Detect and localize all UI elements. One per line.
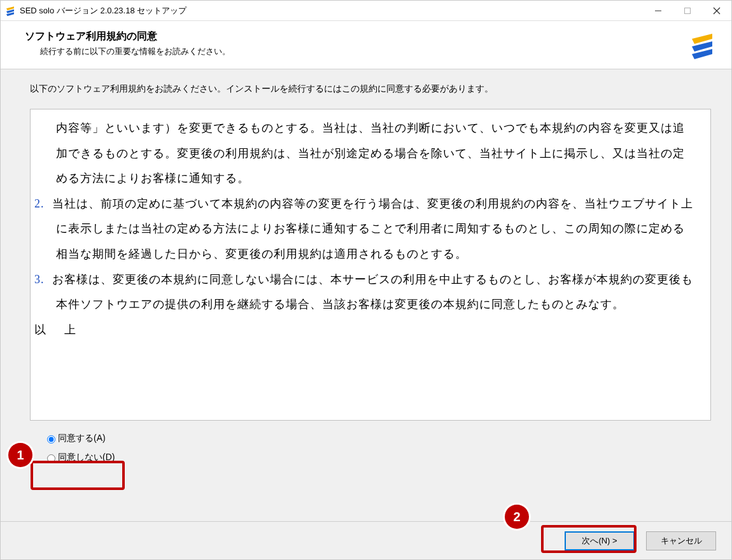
window-controls (644, 1, 731, 20)
window-title: SED solo バージョン 2.0.23.18 セットアップ (20, 5, 644, 17)
eula-para-3: 3.お客様は、変更後の本規約に同意しない場合には、本サービスの利用を中止するもの… (34, 267, 695, 318)
maximize-button (673, 1, 702, 20)
wizard-header: ソフトウェア利用規約の同意 続行する前に以下の重要な情報をお読みください。 (1, 21, 731, 69)
app-icon (4, 5, 16, 17)
instruction-text: 以下のソフトウェア利用規約をお読みください。インストールを続行するにはこの規約に… (30, 83, 711, 95)
eula-num-2: 2. (34, 192, 52, 217)
radio-agree[interactable]: 同意する(A) (30, 431, 711, 446)
eula-textbox[interactable]: 内容等」といいます）を変更できるものとする。当社は、当社の判断において、いつでも… (30, 109, 711, 421)
radio-disagree-input[interactable] (47, 454, 55, 463)
cancel-button[interactable]: キャンセル (646, 531, 716, 550)
eula-text-3: お客様は、変更後の本規約に同意しない場合には、本サービスの利用を中止するものとし… (52, 273, 693, 311)
radio-disagree[interactable]: 同意しない(D) (30, 450, 711, 465)
titlebar: SED solo バージョン 2.0.23.18 セットアップ (1, 1, 731, 21)
eula-para-2: 2.当社は、前項の定めに基づいて本規約の内容等の変更を行う場合は、変更後の利用規… (34, 192, 695, 267)
eula-para-1: 内容等」といいます）を変更できるものとする。当社は、当社の判断において、いつでも… (34, 116, 695, 192)
header-title: ソフトウェア利用規約の同意 (25, 30, 717, 43)
svg-rect-1 (685, 8, 691, 13)
eula-text-2: 当社は、前項の定めに基づいて本規約の内容等の変更を行う場合は、変更後の利用規約の… (52, 197, 693, 260)
wizard-footer: 次へ(N) > キャンセル (1, 521, 731, 559)
header-subtitle: 続行する前に以下の重要な情報をお読みください。 (25, 46, 717, 57)
setup-window: SED solo バージョン 2.0.23.18 セットアップ ソフトウェア利用… (0, 0, 732, 560)
eula-num-3: 3. (34, 267, 52, 293)
radio-agree-label: 同意する(A) (58, 433, 106, 444)
next-button[interactable]: 次へ(N) > (565, 531, 635, 550)
wizard-body: 以下のソフトウェア利用規約をお読みください。インストールを続行するにはこの規約に… (1, 69, 731, 521)
minimize-button[interactable] (644, 1, 673, 20)
eula-scroll[interactable]: 内容等」といいます）を変更できるものとする。当社は、当社の判断において、いつでも… (31, 109, 710, 420)
close-button[interactable] (702, 1, 731, 20)
eula-end: 以 上 (34, 318, 695, 343)
radio-disagree-label: 同意しない(D) (58, 452, 115, 463)
radio-agree-input[interactable] (47, 435, 55, 444)
brand-logo-icon (687, 30, 717, 60)
